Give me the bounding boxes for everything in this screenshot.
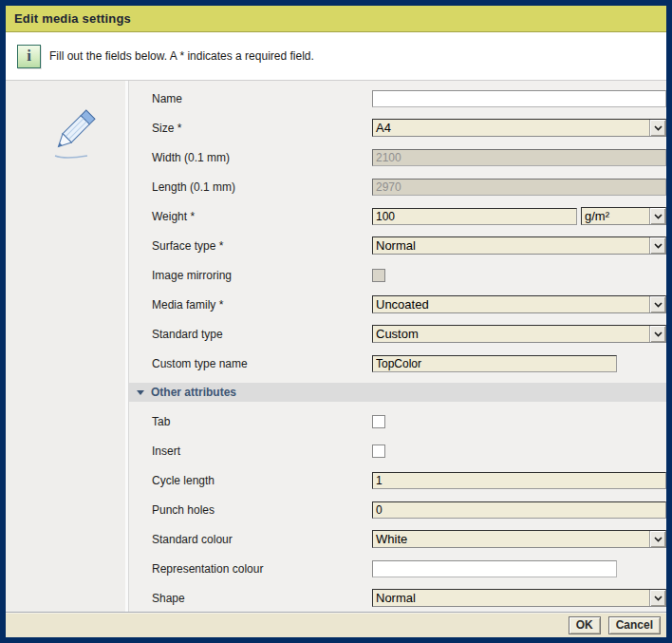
custom-type-name-field[interactable]	[372, 355, 617, 372]
section-label: Other attributes	[151, 386, 236, 399]
info-message: Fill out the fields below. A * indicates…	[49, 49, 314, 63]
form-row: Width (0.1 mm)	[152, 142, 666, 172]
name-field[interactable]	[372, 90, 666, 107]
field-label: Media family *	[152, 298, 372, 312]
pencil-icon	[44, 105, 103, 164]
standard-type-value: Custom	[373, 326, 649, 342]
form-row: Custom type name	[152, 349, 666, 378]
left-panel	[6, 81, 129, 612]
shape-value: Normal	[373, 590, 649, 606]
field-label: Cycle length	[152, 474, 372, 487]
image-mirroring-checkbox	[372, 269, 385, 282]
punch-holes-field[interactable]	[372, 501, 666, 519]
surface-type-select[interactable]: Normal	[372, 236, 666, 255]
form-row: Name	[152, 84, 666, 113]
form-row: Insert	[152, 436, 666, 465]
field-label: Punch holes	[152, 503, 372, 517]
triangle-down-icon	[137, 390, 144, 395]
field-label: Insert	[152, 444, 372, 458]
standard-colour-select[interactable]: White	[372, 530, 666, 548]
shape-select[interactable]: Normal	[372, 589, 666, 607]
chevron-down-icon[interactable]	[649, 208, 665, 224]
field-label: Size *	[152, 122, 372, 135]
edit-media-settings-dialog: Edit media settings i Fill out the field…	[0, 0, 672, 643]
field-label: Standard type	[152, 328, 372, 341]
size-select-value: A4	[373, 120, 649, 136]
weight-unit-value: g/m²	[582, 208, 649, 224]
form-row: Weight * g/m²	[152, 201, 666, 231]
standard-colour-value: White	[373, 531, 649, 547]
field-label: Surface type *	[152, 239, 372, 253]
surface-type-value: Normal	[373, 237, 649, 254]
form-row: Image mirroring	[152, 260, 666, 290]
field-label: Width (0.1 mm)	[152, 151, 372, 164]
field-label: Weight *	[152, 210, 372, 223]
width-field	[372, 149, 666, 166]
info-icon: i	[17, 45, 41, 68]
form-row: Media family * Uncoated	[152, 290, 666, 319]
form-row: Standard colour White	[152, 524, 666, 554]
cycle-length-field[interactable]	[372, 472, 666, 489]
ok-button[interactable]: OK	[569, 616, 601, 634]
weight-unit-select[interactable]: g/m²	[581, 207, 666, 225]
media-settings-form: Name Size * A4 Width (0.1 mm) Length (0.…	[129, 81, 666, 612]
dialog-titlebar: Edit media settings	[6, 6, 666, 32]
form-row: Punch holes	[152, 495, 666, 524]
chevron-down-icon[interactable]	[649, 590, 665, 606]
field-label: Image mirroring	[152, 269, 372, 282]
dialog-footer: OK Cancel	[6, 612, 666, 637]
chevron-down-icon[interactable]	[649, 326, 665, 342]
field-label: Tab	[152, 415, 372, 428]
length-field	[372, 179, 666, 196]
dialog-body: Name Size * A4 Width (0.1 mm) Length (0.…	[6, 81, 666, 612]
form-row: Cycle length	[152, 465, 666, 495]
field-label: Standard colour	[152, 533, 372, 546]
field-label: Length (0.1 mm)	[152, 180, 372, 194]
tab-checkbox[interactable]	[372, 415, 385, 428]
weight-field[interactable]	[372, 208, 577, 225]
form-row: Surface type * Normal	[152, 231, 666, 260]
form-row: Tab	[152, 407, 666, 436]
page-title: Edit media settings	[14, 11, 131, 26]
cancel-button[interactable]: Cancel	[608, 616, 661, 634]
chevron-down-icon[interactable]	[649, 120, 665, 136]
chevron-down-icon[interactable]	[649, 296, 665, 312]
info-banner: i Fill out the fields below. A * indicat…	[6, 32, 666, 81]
form-row: Standard type Custom	[152, 319, 666, 349]
standard-type-select[interactable]: Custom	[372, 325, 666, 343]
insert-checkbox[interactable]	[372, 444, 385, 458]
media-family-select[interactable]: Uncoated	[372, 295, 666, 313]
form-row: Representation colour	[152, 554, 666, 583]
field-label: Representation colour	[152, 562, 372, 576]
representation-colour-field[interactable]	[372, 560, 617, 577]
media-family-value: Uncoated	[373, 296, 649, 312]
chevron-down-icon[interactable]	[649, 237, 665, 254]
other-attributes-section-header[interactable]: Other attributes	[129, 383, 666, 402]
chevron-down-icon[interactable]	[649, 531, 665, 547]
form-row: Size * A4	[152, 113, 666, 142]
form-row: Shape Normal	[152, 583, 666, 613]
field-label: Shape	[152, 592, 372, 605]
field-label: Name	[152, 92, 372, 105]
field-label: Custom type name	[152, 357, 372, 370]
size-select[interactable]: A4	[372, 119, 666, 137]
form-row: Length (0.1 mm)	[152, 172, 666, 201]
